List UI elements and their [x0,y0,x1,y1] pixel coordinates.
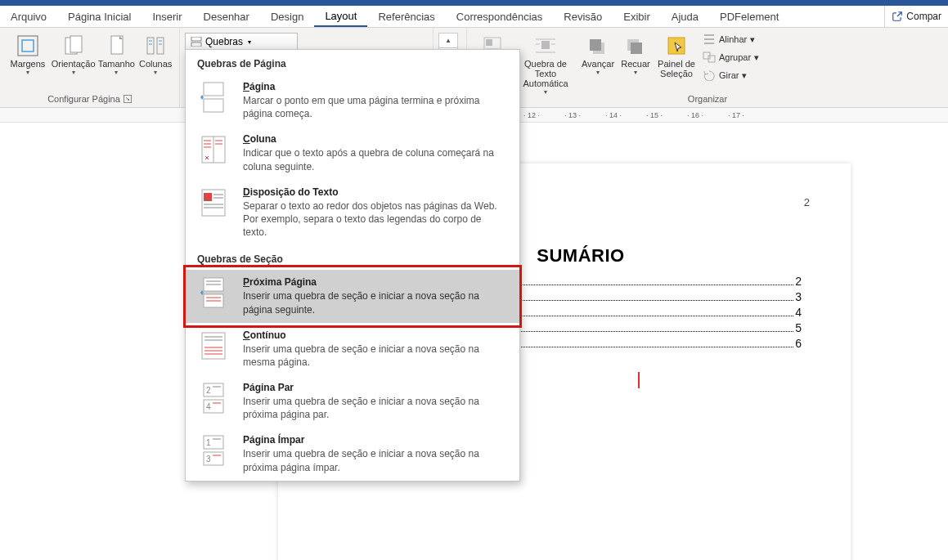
disposicao-texto-icon [197,186,230,219]
avancar-button[interactable]: Avançar ▾ [578,29,618,76]
toc-page: 2 [795,275,802,288]
tamanho-button[interactable]: Tamanho ▾ [96,29,137,76]
tamanho-label: Tamanho [98,59,135,69]
dd-item-continuo[interactable]: ContínuoInserir uma quebra de seção e in… [186,323,519,375]
coluna-icon [197,133,230,166]
tab-ajuda[interactable]: Ajuda [661,6,709,27]
svg-rect-32 [204,83,223,96]
group-organizar: Posição ▾ Quebra de Texto Automática ▾ A… [467,28,948,107]
dd-section-section-breaks: Quebras de Seção [186,245,519,270]
quebras-button[interactable]: Quebras ▾ [185,33,298,51]
group-label-organizar: Organizar [467,94,948,104]
dd-item-pagina[interactable]: PáginaMarcar o ponto em que uma página t… [186,74,519,127]
painel-selecao-button[interactable]: Painel de Seleção [654,29,699,78]
tab-arquivo[interactable]: Arquivo [0,6,57,27]
margens-label: Margens [10,59,45,69]
toc-page: 3 [795,290,802,303]
dd-item-pagina-impar[interactable]: 13Página ÍmparInserir uma quebra de seçã… [186,428,519,480]
toc-page: 4 [795,306,802,319]
svg-rect-23 [590,39,601,51]
margens-icon [15,34,41,57]
share-icon [892,11,903,22]
dd-item-desc: Marcar o ponto em que uma página termina… [243,94,508,120]
recuar2-label: Recuar [621,59,649,69]
tab-correspondencias[interactable]: Correspondências [446,6,554,27]
svg-rect-3 [70,36,82,52]
tab-pagina-inicial[interactable]: Página Inicial [57,6,142,27]
chevron-down-icon: ▾ [154,69,157,76]
tab-exibir[interactable]: Exibir [613,6,661,27]
avancar-label: Avançar [582,59,614,69]
ribbon-tabs: Arquivo Página Inicial Inserir Desenhar … [0,6,948,28]
dd-item-desc: Inserir uma quebra de seção e iniciar a … [243,395,508,421]
tab-design[interactable]: Design [260,6,314,27]
dd-item-desc: Inserir uma quebra de seção e iniciar a … [243,289,508,316]
svg-rect-5 [147,38,154,54]
svg-rect-33 [204,99,223,112]
align-icon [703,34,716,45]
dd-item-desc: Inserir uma quebra de seção e iniciar a … [243,447,508,473]
svg-rect-37 [204,193,212,201]
recuar-button[interactable]: Recuar ▾ [618,29,654,76]
dd-item-pagina-par[interactable]: 24Página ParInserir uma quebra de seção … [186,375,519,428]
dd-item-coluna[interactable]: ColunaIndicar que o texto após a quebra … [186,127,519,179]
dd-item-title: Contínuo [243,329,508,341]
spinner-up-icon[interactable]: ▲ [439,34,457,48]
rotate-icon [703,69,716,81]
colunas-button[interactable]: Colunas ▾ [137,29,174,76]
orientacao-label: Orientação [52,59,96,69]
painel-selecao-label: Painel de Seleção [654,59,699,78]
chevron-down-icon: ▾ [248,38,251,46]
tab-layout[interactable]: Layout [314,6,367,27]
tab-desenhar[interactable]: Desenhar [193,6,260,27]
dd-item-proxima-pagina[interactable]: Próxima PáginaInserir uma quebra de seçã… [186,270,519,322]
orientacao-icon [61,34,87,57]
dd-item-disposicao-texto[interactable]: Disposição do TextoSeparar o texto ao re… [186,180,519,246]
page-number: 2 [804,196,810,208]
dd-item-title: Página [243,81,508,92]
agrupar-label: Agrupar [719,52,751,62]
selection-pane-icon [663,34,690,57]
send-backward-icon [622,34,649,57]
dd-item-title: Página Par [243,382,508,393]
alinhar-button[interactable]: Alinhar ▾ [703,31,759,47]
tab-revisao[interactable]: Revisão [553,6,613,27]
svg-rect-11 [191,37,201,41]
quebras-label: Quebras [205,36,243,47]
text-wrap-icon [532,34,559,57]
svg-text:2: 2 [206,386,211,395]
chevron-down-icon: ▾ [754,52,759,63]
dd-item-title: Próxima Página [243,276,508,288]
svg-rect-0 [18,36,38,56]
dd-item-desc: Indicar que o texto após a quebra de col… [243,146,508,172]
svg-text:3: 3 [206,455,211,464]
svg-rect-17 [541,41,550,49]
dd-item-title: Coluna [243,133,508,145]
share-label: Compar [906,11,941,22]
girar-button[interactable]: Girar ▾ [703,67,759,83]
toc-page: 6 [795,337,802,350]
orientacao-button[interactable]: Orientação ▾ [51,29,97,76]
svg-rect-12 [191,43,201,47]
svg-rect-6 [157,38,164,54]
colunas-label: Colunas [139,59,172,69]
margens-button[interactable]: Margens ▾ [5,29,51,76]
dd-item-title: Página Ímpar [243,434,508,446]
tab-inserir[interactable]: Inserir [142,6,192,27]
dd-item-desc: Inserir uma quebra de seção e iniciar a … [243,343,508,369]
share-button[interactable]: Compar [884,6,948,27]
quebra-texto-button[interactable]: Quebra de Texto Automática ▾ [513,29,578,96]
svg-rect-14 [486,39,492,46]
chevron-down-icon: ▾ [72,69,75,76]
quebras-dropdown[interactable]: Quebras de Página PáginaMarcar o ponto e… [185,49,520,482]
colunas-icon [142,34,168,57]
tab-pdfelement[interactable]: PDFelement [709,6,789,27]
continuo-icon [197,329,230,362]
agrupar-button[interactable]: Agrupar ▾ [703,49,759,65]
chevron-down-icon: ▾ [750,34,755,45]
proxima-pagina-icon [197,276,230,309]
quebra-texto-label: Quebra de Texto Automática [513,59,578,88]
toc-page: 5 [795,321,802,334]
tab-referencias[interactable]: Referências [367,6,445,27]
svg-text:1: 1 [206,438,211,447]
